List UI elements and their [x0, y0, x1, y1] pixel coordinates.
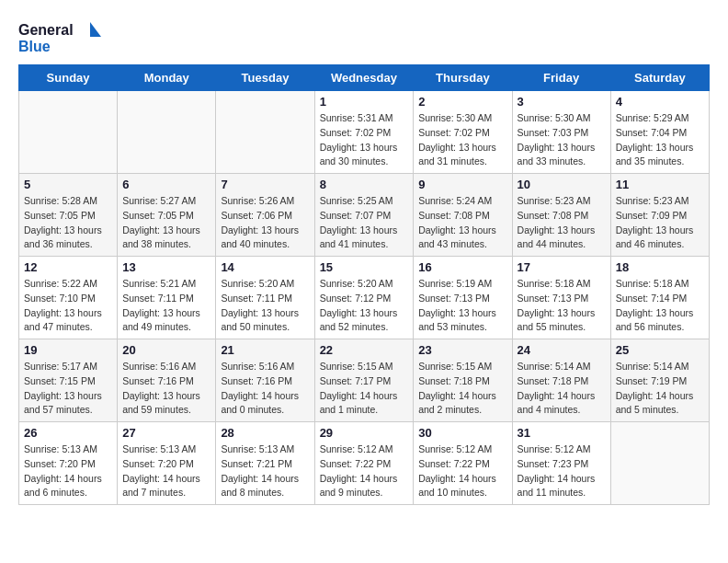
day-number: 20: [122, 343, 210, 357]
sunrise-text: Sunrise: 5:24 AM: [418, 195, 492, 206]
sunset-text: Sunset: 7:13 PM: [418, 293, 490, 304]
sunset-text: Sunset: 7:03 PM: [518, 127, 589, 138]
daylight-text: Daylight: 13 hours and 56 minutes.: [616, 307, 694, 333]
sunrise-text: Sunrise: 5:13 AM: [122, 443, 196, 454]
sunrise-text: Sunrise: 5:30 AM: [418, 112, 492, 123]
sunrise-text: Sunrise: 5:12 AM: [320, 443, 393, 454]
daylight-text: Daylight: 13 hours and 41 minutes.: [320, 224, 398, 250]
calendar-cell: 3 Sunrise: 5:30 AM Sunset: 7:03 PM Dayli…: [512, 91, 610, 174]
calendar-cell: 28 Sunrise: 5:13 AM Sunset: 7:21 PM Dayl…: [216, 422, 314, 505]
calendar-cell: 6 Sunrise: 5:27 AM Sunset: 7:05 PM Dayli…: [118, 174, 216, 257]
sunset-text: Sunset: 7:05 PM: [122, 210, 194, 221]
svg-marker-2: [90, 22, 101, 37]
day-number: 27: [122, 426, 210, 440]
day-info: Sunrise: 5:15 AM Sunset: 7:17 PM Dayligh…: [320, 360, 409, 418]
day-number: 19: [24, 343, 112, 357]
sunrise-text: Sunrise: 5:20 AM: [221, 278, 294, 289]
calendar-cell: 15 Sunrise: 5:20 AM Sunset: 7:12 PM Dayl…: [314, 257, 414, 339]
sunset-text: Sunset: 7:06 PM: [221, 210, 292, 221]
daylight-text: Daylight: 13 hours and 35 minutes.: [616, 142, 694, 167]
day-info: Sunrise: 5:16 AM Sunset: 7:16 PM Dayligh…: [122, 360, 210, 418]
daylight-text: Daylight: 13 hours and 47 minutes.: [24, 307, 102, 333]
sunrise-text: Sunrise: 5:31 AM: [320, 112, 393, 123]
sunset-text: Sunset: 7:22 PM: [320, 458, 392, 469]
sunrise-text: Sunrise: 5:26 AM: [221, 195, 294, 206]
calendar-cell: 26 Sunrise: 5:13 AM Sunset: 7:20 PM Dayl…: [19, 422, 118, 505]
calendar-cell: 31 Sunrise: 5:12 AM Sunset: 7:23 PM Dayl…: [512, 422, 610, 505]
day-number: 25: [616, 343, 704, 357]
day-number: 15: [320, 260, 409, 274]
day-info: Sunrise: 5:30 AM Sunset: 7:02 PM Dayligh…: [418, 111, 506, 169]
sunset-text: Sunset: 7:19 PM: [616, 375, 688, 386]
daylight-text: Daylight: 14 hours and 10 minutes.: [418, 473, 496, 499]
day-number: 31: [518, 426, 606, 440]
sunset-text: Sunset: 7:02 PM: [320, 127, 392, 138]
calendar-cell: 5 Sunrise: 5:28 AM Sunset: 7:05 PM Dayli…: [19, 174, 118, 257]
day-number: 11: [616, 178, 704, 191]
day-number: 30: [418, 426, 506, 440]
calendar-week-row: 1 Sunrise: 5:31 AM Sunset: 7:02 PM Dayli…: [19, 91, 710, 174]
svg-text:General: General: [18, 22, 74, 38]
calendar-cell: 12 Sunrise: 5:22 AM Sunset: 7:10 PM Dayl…: [19, 257, 118, 339]
day-info: Sunrise: 5:31 AM Sunset: 7:02 PM Dayligh…: [320, 111, 409, 169]
calendar-cell: 27 Sunrise: 5:13 AM Sunset: 7:20 PM Dayl…: [118, 422, 216, 505]
sunrise-text: Sunrise: 5:15 AM: [320, 361, 393, 372]
sunrise-text: Sunrise: 5:16 AM: [122, 361, 196, 372]
header-thursday: Thursday: [414, 65, 512, 91]
header-sunday: Sunday: [19, 65, 118, 91]
sunrise-text: Sunrise: 5:13 AM: [221, 443, 294, 454]
daylight-text: Daylight: 13 hours and 30 minutes.: [320, 142, 398, 167]
calendar-cell: 7 Sunrise: 5:26 AM Sunset: 7:06 PM Dayli…: [216, 174, 314, 257]
daylight-text: Daylight: 13 hours and 49 minutes.: [122, 307, 200, 333]
sunset-text: Sunset: 7:18 PM: [418, 375, 490, 386]
svg-text:Blue: Blue: [18, 39, 51, 54]
day-number: 9: [418, 178, 506, 191]
calendar-week-row: 5 Sunrise: 5:28 AM Sunset: 7:05 PM Dayli…: [19, 174, 710, 257]
calendar-cell: 23 Sunrise: 5:15 AM Sunset: 7:18 PM Dayl…: [414, 339, 512, 422]
sunrise-text: Sunrise: 5:18 AM: [518, 278, 591, 289]
day-info: Sunrise: 5:22 AM Sunset: 7:10 PM Dayligh…: [24, 277, 112, 335]
sunset-text: Sunset: 7:15 PM: [24, 375, 96, 386]
day-number: 17: [518, 260, 606, 274]
calendar-header-row: SundayMondayTuesdayWednesdayThursdayFrid…: [19, 65, 710, 91]
daylight-text: Daylight: 14 hours and 4 minutes.: [518, 390, 596, 416]
daylight-text: Daylight: 14 hours and 11 minutes.: [518, 473, 596, 499]
daylight-text: Daylight: 13 hours and 53 minutes.: [418, 307, 496, 333]
sunset-text: Sunset: 7:11 PM: [221, 293, 292, 304]
calendar-cell: 21 Sunrise: 5:16 AM Sunset: 7:16 PM Dayl…: [216, 339, 314, 422]
day-info: Sunrise: 5:30 AM Sunset: 7:03 PM Dayligh…: [518, 111, 606, 169]
daylight-text: Daylight: 13 hours and 43 minutes.: [418, 224, 496, 250]
calendar-cell: 20 Sunrise: 5:16 AM Sunset: 7:16 PM Dayl…: [118, 339, 216, 422]
sunrise-text: Sunrise: 5:21 AM: [122, 278, 196, 289]
day-number: 22: [320, 343, 409, 357]
daylight-text: Daylight: 14 hours and 8 minutes.: [221, 473, 299, 499]
sunrise-text: Sunrise: 5:28 AM: [24, 195, 97, 206]
sunset-text: Sunset: 7:05 PM: [24, 210, 96, 221]
day-number: 4: [616, 95, 704, 109]
daylight-text: Daylight: 13 hours and 46 minutes.: [616, 224, 694, 250]
sunset-text: Sunset: 7:08 PM: [518, 210, 589, 221]
day-info: Sunrise: 5:12 AM Sunset: 7:23 PM Dayligh…: [518, 442, 606, 500]
sunset-text: Sunset: 7:02 PM: [418, 127, 490, 138]
daylight-text: Daylight: 14 hours and 5 minutes.: [616, 390, 694, 416]
daylight-text: Daylight: 13 hours and 50 minutes.: [221, 307, 299, 333]
sunrise-text: Sunrise: 5:27 AM: [122, 195, 196, 206]
day-info: Sunrise: 5:13 AM Sunset: 7:20 PM Dayligh…: [24, 442, 112, 500]
calendar-cell: 19 Sunrise: 5:17 AM Sunset: 7:15 PM Dayl…: [19, 339, 118, 422]
sunrise-text: Sunrise: 5:13 AM: [24, 443, 97, 454]
calendar-cell: 8 Sunrise: 5:25 AM Sunset: 7:07 PM Dayli…: [314, 174, 414, 257]
calendar-cell: 18 Sunrise: 5:18 AM Sunset: 7:14 PM Dayl…: [610, 257, 709, 339]
daylight-text: Daylight: 13 hours and 38 minutes.: [122, 224, 200, 250]
daylight-text: Daylight: 13 hours and 52 minutes.: [320, 307, 398, 333]
sunset-text: Sunset: 7:12 PM: [320, 293, 392, 304]
sunset-text: Sunset: 7:18 PM: [518, 375, 589, 386]
day-info: Sunrise: 5:24 AM Sunset: 7:08 PM Dayligh…: [418, 194, 506, 252]
calendar-table: SundayMondayTuesdayWednesdayThursdayFrid…: [18, 64, 710, 505]
header-monday: Monday: [118, 65, 216, 91]
logo: General Blue: [18, 18, 101, 55]
day-number: 8: [320, 178, 409, 191]
sunrise-text: Sunrise: 5:12 AM: [418, 443, 492, 454]
day-info: Sunrise: 5:28 AM Sunset: 7:05 PM Dayligh…: [24, 194, 112, 252]
daylight-text: Daylight: 13 hours and 55 minutes.: [518, 307, 596, 333]
day-info: Sunrise: 5:15 AM Sunset: 7:18 PM Dayligh…: [418, 360, 506, 418]
